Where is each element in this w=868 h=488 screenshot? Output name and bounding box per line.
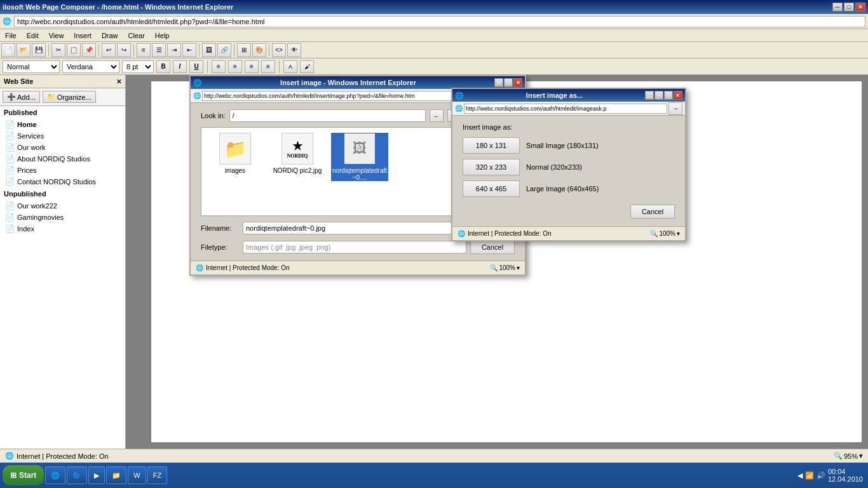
taskbar-ie[interactable]: 🌐 [45,466,65,484]
file-item-images[interactable]: 📁 images [207,133,264,174]
paste-btn[interactable]: 📌 [82,43,96,57]
file-item-nordiq[interactable]: ★ NORDIQ NORDiQ pic2.jpg [269,133,326,174]
insert-as-close[interactable]: ✕ [674,91,682,100]
add-label: Add... [17,93,36,101]
sidebar-item-home[interactable]: 📄 Home [0,119,125,130]
menu-clear[interactable]: Clear [126,30,147,41]
insert-as-cancel-btn[interactable]: Cancel [630,205,675,219]
editor-area[interactable]: 🌐 Insert image - Windows Internet Explor… [126,75,868,449]
new-btn[interactable]: 📄 [1,43,15,57]
menu-view[interactable]: View [46,30,67,41]
table-btn[interactable]: ⊞ [237,43,251,57]
taskbar-word[interactable]: W [128,466,146,484]
menu-edit[interactable]: Edit [24,30,41,41]
taskbar-media[interactable]: ▶ [88,466,105,484]
font-color-btn[interactable]: A [283,60,297,73]
organize-button[interactable]: 📁 Organize... [43,91,96,103]
taskbar-ftp[interactable]: FZ [147,466,167,484]
save-btn[interactable]: 💾 [32,43,46,57]
sidebar-item-index[interactable]: 📄 Index [0,223,125,234]
sidebar-item-services[interactable]: 📄 Services [0,130,125,142]
insert-dialog-minimize[interactable]: ─ [494,78,503,87]
restore-btn[interactable]: □ [844,3,854,11]
nordiq-logo: ★ NORDIQ [287,139,308,159]
align-left-btn[interactable]: ≡ [212,60,226,73]
zoom-dropdown[interactable]: ▾ [517,264,520,271]
insert-dialog-close[interactable]: ✕ [513,78,522,87]
organize-icon: 📁 [47,93,56,101]
outdent-btn[interactable]: ⇤ [182,43,196,57]
style-btn[interactable]: 🎨 [252,43,266,57]
open-btn[interactable]: 📂 [17,43,31,57]
sidebar-close-btn[interactable]: ✕ [116,78,121,85]
cut-btn[interactable]: ✂ [51,43,65,57]
link-btn[interactable]: 🔗 [217,43,231,57]
menu-insert[interactable]: Insert [71,30,94,41]
cancel-button[interactable]: Cancel [470,240,515,254]
redo-btn[interactable]: ↪ [117,43,131,57]
italic-btn[interactable]: I [173,60,187,73]
style-select[interactable]: Normal [3,60,60,73]
address-bar: 🌐 [0,14,868,29]
menu-draw[interactable]: Draw [99,30,121,41]
copy-btn[interactable]: 📋 [67,43,81,57]
large-size-btn[interactable]: 640 x 465 [463,180,520,197]
align-right-btn[interactable]: ≡ [245,60,259,73]
sidebar-item-ourwork222[interactable]: 📄 Our work222 [0,200,125,212]
insert-dialog-restore[interactable]: □ [504,78,513,87]
normal-size-btn[interactable]: 320 x 233 [463,159,520,175]
sep4 [199,44,200,57]
sidebar-item-ourwork[interactable]: 📄 Our work [0,142,125,153]
close-btn[interactable]: ✕ [855,3,865,11]
ie-icon-small: 🌐 [196,264,203,271]
address-go[interactable]: → [668,102,682,115]
address-input[interactable] [14,16,865,27]
filename-input[interactable] [243,222,466,234]
media-taskbar-icon: ▶ [94,471,99,480]
nav-item-label: Our work222 [17,202,57,210]
bold-btn[interactable]: B [156,60,170,73]
small-size-btn[interactable]: 180 x 131 [463,137,520,154]
font-select[interactable]: Verdana [62,60,119,73]
zoom-dropdown-as[interactable]: ▾ [677,230,680,237]
align-justify-btn[interactable]: ≡ [261,60,275,73]
insert-as-restore[interactable]: □ [664,91,673,100]
menu-file[interactable]: File [3,30,19,41]
align-center-btn[interactable]: ≡ [228,60,242,73]
insert-as-minimize[interactable]: ─ [654,91,663,100]
window-controls: ─ □ ✕ [832,3,865,11]
start-button[interactable]: ⊞ Start [3,465,44,485]
file-item-template[interactable]: 🖼 nordiqtemplatedraft~0.... [331,133,388,181]
sidebar-item-about[interactable]: 📄 About NORDiQ Studios [0,153,125,165]
taskbar-explorer[interactable]: 📁 [106,466,126,484]
zoom-dropdown-status[interactable]: ▾ [859,452,863,460]
highlight-btn[interactable]: 🖌 [300,60,314,73]
sep5 [234,44,234,57]
insert-as-status-text: Internet | Protected Mode: On [468,230,552,237]
nav-item-label: Our work [17,144,46,151]
look-in-input[interactable] [229,109,426,122]
list-ul-btn[interactable]: ☰ [152,43,166,57]
list-ol-btn[interactable]: ≡ [137,43,151,57]
page-icon-ourwork222: 📄 [5,201,15,210]
source-btn[interactable]: <> [272,43,286,57]
sidebar-item-contact[interactable]: 📄 Contact NORDiQ Studios [0,176,125,187]
nav-item-label: Services [17,132,44,140]
taskbar-chrome[interactable]: 🔵 [67,466,87,484]
add-button[interactable]: ➕ Add... [3,91,40,103]
tray-hide[interactable]: ◀ [797,471,803,480]
look-in-back[interactable]: ← [430,109,444,122]
sidebar-item-prices[interactable]: 📄 Prices [0,165,125,176]
insert-as-address-input[interactable] [464,104,667,114]
indent-btn[interactable]: ⇥ [167,43,181,57]
insert-as-more[interactable]: … [645,91,654,100]
undo-btn[interactable]: ↩ [102,43,116,57]
sidebar-item-gaming[interactable]: 📄 Gamingmovies [0,212,125,223]
preview-btn[interactable]: 👁 [287,43,301,57]
nav-item-label: About NORDiQ Studios [17,155,90,163]
underline-btn[interactable]: U [189,60,203,73]
menu-help[interactable]: Help [153,30,172,41]
size-select[interactable]: 8 pt [122,60,154,73]
minimize-btn[interactable]: ─ [832,3,843,11]
img-btn[interactable]: 🖼 [202,43,216,57]
